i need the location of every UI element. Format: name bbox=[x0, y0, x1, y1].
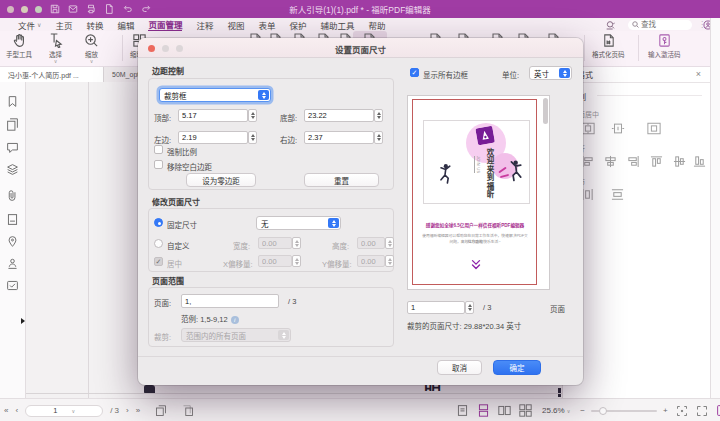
align-middle-icon[interactable] bbox=[673, 155, 686, 170]
preview-page-total: / 3 bbox=[483, 303, 491, 312]
named-destinations-icon[interactable] bbox=[6, 234, 19, 252]
preview-box: 欢迎来到福昕 JOIN US 感谢您如全球6.5亿用户一样信任福昕PDF编辑器 … bbox=[407, 95, 550, 290]
menu-form[interactable]: 表单 bbox=[259, 19, 276, 31]
zoom-slider-knob[interactable] bbox=[599, 407, 607, 415]
layers-icon[interactable] bbox=[6, 162, 19, 180]
show-all-borders-checkbox[interactable]: ✓ bbox=[410, 68, 419, 77]
panel-toggle-icon[interactable] bbox=[716, 404, 720, 417]
redo-icon[interactable] bbox=[141, 4, 152, 14]
dropdown-arrows-icon bbox=[258, 90, 269, 100]
height-input bbox=[357, 237, 385, 249]
attachments-icon[interactable] bbox=[6, 188, 19, 206]
last-page-icon[interactable]: » bbox=[136, 406, 140, 415]
preview-page-input[interactable] bbox=[407, 301, 465, 314]
prev-page-icon[interactable]: ‹ bbox=[15, 406, 18, 415]
zoom-tool-button[interactable]: 缩放∨ bbox=[84, 33, 99, 63]
zoom-slider[interactable] bbox=[591, 410, 657, 412]
fit-page-icon[interactable] bbox=[676, 405, 688, 417]
page-bottom-edge bbox=[26, 393, 562, 394]
dropdown-arrows-icon bbox=[278, 330, 289, 340]
center-vertical-icon[interactable] bbox=[611, 122, 625, 137]
align-bottom-icon[interactable] bbox=[693, 155, 706, 170]
enter-activation-code-button[interactable]: 输入激活码 bbox=[648, 33, 681, 59]
hand-tool-button[interactable]: 手型工具 bbox=[6, 33, 32, 59]
next-view-icon[interactable] bbox=[182, 405, 194, 417]
page-range-input[interactable] bbox=[181, 294, 279, 308]
fields-icon[interactable] bbox=[6, 278, 19, 296]
align-center-h-icon[interactable] bbox=[604, 155, 617, 170]
page-thumbnails-icon[interactable] bbox=[6, 117, 19, 135]
fixed-size-dropdown[interactable]: 无 bbox=[256, 216, 341, 230]
menu-comment[interactable]: 注释 bbox=[196, 19, 213, 31]
titlebar: 新人引导(1)(1).pdf * - 福昕PDF编辑器 bbox=[0, 0, 720, 18]
unit-label: 单位: bbox=[502, 69, 519, 80]
zoom-out-icon[interactable]: − bbox=[580, 406, 585, 415]
first-page-icon[interactable]: « bbox=[4, 406, 8, 415]
distribute-vertical-icon[interactable] bbox=[611, 188, 624, 203]
ok-button[interactable]: 确定 bbox=[493, 360, 541, 375]
center-both-icon[interactable] bbox=[647, 122, 661, 137]
bookmarks-icon[interactable] bbox=[6, 94, 19, 112]
reset-button[interactable]: 重置 bbox=[304, 173, 379, 187]
new-doc-icon[interactable] bbox=[104, 4, 114, 14]
bottom-stepper[interactable] bbox=[374, 109, 383, 122]
destinations-icon[interactable] bbox=[6, 212, 19, 230]
facing-view-icon[interactable] bbox=[498, 404, 511, 417]
remove-white-margin-checkbox[interactable] bbox=[154, 160, 163, 169]
fixed-size-radio[interactable] bbox=[154, 218, 163, 227]
left-stepper[interactable] bbox=[248, 131, 257, 144]
bottom-margin-input[interactable] bbox=[304, 109, 374, 122]
top-margin-input[interactable] bbox=[178, 109, 248, 122]
traffic-close-icon[interactable] bbox=[7, 6, 14, 13]
next-page-icon[interactable]: › bbox=[126, 406, 129, 415]
single-page-view-icon[interactable] bbox=[456, 404, 469, 417]
menu-accessibility[interactable]: 辅助工具 bbox=[321, 19, 355, 31]
constrain-proportions-checkbox[interactable] bbox=[154, 145, 163, 154]
save-icon[interactable] bbox=[50, 4, 60, 14]
cancel-button[interactable]: 取消 bbox=[437, 360, 482, 375]
zoom-in-icon[interactable]: + bbox=[663, 406, 668, 415]
select-tool-button[interactable]: 选择∨ bbox=[48, 33, 63, 63]
left-margin-input[interactable] bbox=[178, 131, 248, 144]
unit-dropdown[interactable]: 英寸 bbox=[529, 66, 572, 80]
preview-page-stepper[interactable] bbox=[465, 301, 474, 314]
menu-home[interactable]: 主页 bbox=[55, 19, 72, 31]
search-box[interactable] bbox=[628, 20, 692, 31]
close-icon[interactable]: × bbox=[696, 69, 701, 79]
fullscreen-icon[interactable] bbox=[696, 405, 708, 417]
page-number-box[interactable]: 1∨ bbox=[25, 405, 103, 417]
sidebar-expand-arrow[interactable] bbox=[21, 318, 25, 324]
document-tab-active[interactable]: 冯小惠-个人简历.pdf ... bbox=[0, 67, 104, 82]
traffic-minimize-icon[interactable] bbox=[21, 6, 28, 13]
right-stepper[interactable] bbox=[374, 131, 383, 144]
align-right-icon[interactable] bbox=[627, 155, 640, 170]
menu-protect[interactable]: 保护 bbox=[290, 19, 307, 31]
undo-icon[interactable] bbox=[122, 4, 133, 14]
top-stepper[interactable] bbox=[248, 109, 257, 122]
menu-view[interactable]: 视图 bbox=[228, 19, 245, 31]
search-input[interactable] bbox=[641, 20, 685, 29]
menu-edit[interactable]: 编辑 bbox=[117, 19, 134, 31]
continuous-view-icon[interactable] bbox=[477, 404, 490, 417]
previous-view-icon[interactable] bbox=[155, 405, 167, 417]
traffic-zoom-icon[interactable] bbox=[35, 6, 42, 13]
preview-scrollbar[interactable] bbox=[543, 98, 548, 124]
dialog-titlebar: 设置页面尺寸 bbox=[138, 38, 583, 58]
comments-icon[interactable] bbox=[6, 140, 19, 158]
signatures-icon[interactable] bbox=[6, 256, 19, 274]
menu-file[interactable]: 文件∨ bbox=[18, 19, 41, 31]
custom-size-radio[interactable] bbox=[154, 239, 163, 248]
menu-convert[interactable]: 转换 bbox=[86, 19, 103, 31]
zoom-level[interactable]: 25.6% bbox=[542, 406, 565, 415]
quad-view-icon[interactable] bbox=[519, 404, 532, 417]
center-horizontal-icon[interactable] bbox=[581, 122, 595, 137]
print-icon[interactable] bbox=[86, 4, 96, 14]
menu-page-management[interactable]: 页面管理 bbox=[148, 18, 182, 32]
zero-margin-button[interactable]: 设为零边距 bbox=[186, 173, 256, 187]
box-type-dropdown[interactable]: 裁剪框 bbox=[159, 88, 271, 102]
format-page-number-button[interactable]: 格式化页码 bbox=[592, 33, 625, 59]
align-top-icon[interactable] bbox=[650, 155, 663, 170]
right-margin-input[interactable] bbox=[304, 131, 374, 144]
menu-help[interactable]: 帮助 bbox=[369, 19, 386, 31]
email-icon[interactable] bbox=[68, 4, 78, 14]
